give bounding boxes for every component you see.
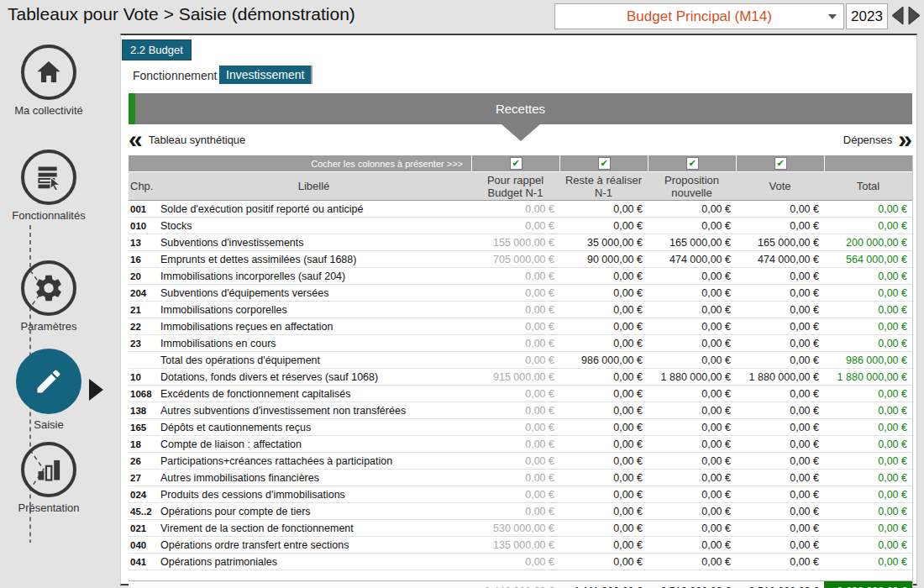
- cell-proposition[interactable]: 1 880 000,00 €: [648, 371, 736, 383]
- cell-total: 0,00 €: [824, 455, 912, 467]
- cell-reste[interactable]: 0,00 €: [559, 405, 648, 417]
- cell-reste[interactable]: 0,00 €: [559, 203, 648, 215]
- totals-row: 2 440 000,00 € 1 111 000,00 € 2 519 000,…: [129, 580, 912, 588]
- cell-reste[interactable]: 0,00 €: [559, 556, 648, 568]
- cell-proposition[interactable]: 0,00 €: [648, 354, 736, 366]
- cell-vote[interactable]: 0,00 €: [736, 506, 824, 517]
- cell-proposition[interactable]: 0,00 €: [648, 556, 736, 568]
- cell-vote[interactable]: 0,00 €: [736, 338, 824, 349]
- nav-next-depenses[interactable]: Dépenses »: [837, 128, 912, 151]
- cell-reste[interactable]: 0,00 €: [559, 338, 648, 349]
- column-checkbox-vote[interactable]: ✔: [774, 157, 787, 170]
- cell-reste[interactable]: 0,00 €: [559, 455, 648, 467]
- sidebar-item-ma-collectivite[interactable]: Ma collectivité: [0, 45, 97, 117]
- cell-proposition[interactable]: 0,00 €: [648, 455, 736, 467]
- cell-proposition[interactable]: 0,00 €: [648, 388, 736, 400]
- cell-vote[interactable]: 165 000,00 €: [736, 237, 824, 249]
- cell-proposition[interactable]: 165 000,00 €: [648, 237, 736, 249]
- sidebar-item-presentation[interactable]: Présentation: [0, 442, 97, 514]
- cell-proposition[interactable]: 0,00 €: [648, 405, 736, 417]
- cell-proposition[interactable]: 0,00 €: [648, 506, 736, 517]
- cell-vote[interactable]: 0,00 €: [736, 270, 824, 282]
- cell-vote[interactable]: 0,00 €: [736, 455, 824, 467]
- cell-proposition[interactable]: 0,00 €: [648, 321, 736, 333]
- nav-next-label: Dépenses: [843, 134, 893, 146]
- cell-vote[interactable]: 0,00 €: [736, 556, 824, 568]
- tab-budget[interactable]: 2.2 Budget: [122, 39, 192, 60]
- cell-label: Solde d'exécution positif reporté ou ant…: [156, 203, 471, 215]
- cell-label: Total des opérations d'équipement: [156, 354, 471, 366]
- cell-reste[interactable]: 0,00 €: [559, 438, 648, 450]
- cell-reste[interactable]: 986 000,00 €: [559, 354, 648, 366]
- cell-proposition[interactable]: 0,00 €: [648, 220, 736, 232]
- column-checkbox-reste[interactable]: ✔: [598, 157, 611, 170]
- cell-reste[interactable]: 90 000,00 €: [559, 254, 648, 265]
- cell-vote[interactable]: 0,00 €: [736, 321, 824, 333]
- cell-vote[interactable]: 0,00 €: [736, 539, 824, 551]
- cell-proposition[interactable]: 0,00 €: [648, 472, 736, 484]
- next-year-button[interactable]: [906, 4, 922, 27]
- nav-prev-tableau-synthetique[interactable]: « Tableau synthétique: [129, 128, 251, 151]
- cell-proposition[interactable]: 0,00 €: [648, 287, 736, 299]
- cell-proposition[interactable]: 0,00 €: [648, 338, 736, 349]
- cell-reste[interactable]: 0,00 €: [559, 220, 648, 232]
- cell-vote[interactable]: 0,00 €: [736, 472, 824, 484]
- cell-vote[interactable]: 474 000,00 €: [736, 254, 824, 265]
- section-header-recettes: Recettes: [129, 93, 912, 124]
- green-accent-bar: [129, 93, 135, 124]
- cell-reste[interactable]: 0,00 €: [559, 539, 648, 551]
- cell-vote[interactable]: 0,00 €: [736, 354, 824, 366]
- cell-vote[interactable]: 0,00 €: [736, 489, 824, 501]
- bar-chart-icon: [34, 454, 64, 485]
- table-spacer: [129, 570, 912, 580]
- cell-proposition[interactable]: 474 000,00 €: [648, 254, 736, 265]
- table-row: Total des opérations d'équipement0,00 €9…: [129, 352, 912, 369]
- cell-proposition[interactable]: 0,00 €: [648, 539, 736, 551]
- cell-vote[interactable]: 0,00 €: [736, 422, 824, 433]
- cell-reste[interactable]: 0,00 €: [559, 472, 648, 484]
- cell-reste[interactable]: 0,00 €: [559, 270, 648, 282]
- sidebar-item-saisie[interactable]: Saisie: [0, 349, 97, 431]
- cell-vote[interactable]: 0,00 €: [736, 405, 824, 417]
- cell-vote[interactable]: 0,00 €: [736, 220, 824, 232]
- prev-year-button[interactable]: [890, 4, 906, 27]
- table-row: 20Immobilisations incorporelles (sauf 20…: [129, 268, 912, 285]
- cell-vote[interactable]: 0,00 €: [736, 438, 824, 450]
- year-display: 2023: [846, 3, 888, 29]
- cell-vote[interactable]: 0,00 €: [736, 522, 824, 534]
- cell-rappel: 0,00 €: [471, 338, 559, 349]
- cell-proposition[interactable]: 0,00 €: [648, 522, 736, 534]
- cell-vote[interactable]: 0,00 €: [736, 388, 824, 400]
- cell-proposition[interactable]: 0,00 €: [648, 304, 736, 316]
- cell-proposition[interactable]: 0,00 €: [648, 422, 736, 433]
- cell-reste[interactable]: 0,00 €: [559, 321, 648, 333]
- tab-investissement[interactable]: Investissement: [219, 66, 312, 84]
- column-checkbox-rappel[interactable]: ✔: [510, 157, 522, 170]
- cell-reste[interactable]: 0,00 €: [559, 489, 648, 501]
- cell-proposition[interactable]: 0,00 €: [648, 489, 736, 501]
- cell-vote[interactable]: 0,00 €: [736, 203, 824, 215]
- cell-reste[interactable]: 0,00 €: [559, 388, 648, 400]
- cell-vote[interactable]: 0,00 €: [736, 304, 824, 316]
- budget-dropdown[interactable]: Budget Principal (M14): [554, 3, 844, 29]
- pencil-icon: [34, 366, 64, 396]
- cell-reste[interactable]: 0,00 €: [559, 371, 648, 383]
- cell-vote[interactable]: 0,00 €: [736, 287, 824, 299]
- cell-vote[interactable]: 1 880 000,00 €: [736, 371, 824, 383]
- cell-proposition[interactable]: 0,00 €: [648, 203, 736, 215]
- col-header-proposition: Proposition nouvelle: [648, 174, 736, 199]
- cell-reste[interactable]: 0,00 €: [559, 287, 648, 299]
- cell-reste[interactable]: 0,00 €: [559, 304, 648, 316]
- cell-reste[interactable]: 0,00 €: [559, 422, 648, 433]
- cell-reste[interactable]: 0,00 €: [559, 506, 648, 517]
- table-row: 18Compte de liaison : affectation0,00 €0…: [129, 436, 912, 453]
- cell-reste[interactable]: 0,00 €: [559, 522, 648, 534]
- cell-label: Compte de liaison : affectation: [156, 438, 471, 450]
- cell-proposition[interactable]: 0,00 €: [648, 438, 736, 450]
- sidebar-item-parametres[interactable]: Paramètres: [0, 260, 97, 333]
- column-checkbox-proposition[interactable]: ✔: [686, 157, 699, 170]
- cell-reste[interactable]: 35 000,00 €: [559, 237, 648, 249]
- tab-fonctionnement[interactable]: Fonctionnement: [133, 69, 217, 82]
- cell-proposition[interactable]: 0,00 €: [648, 270, 736, 282]
- sidebar-item-fonctionnalites[interactable]: Fonctionnalités: [0, 150, 97, 222]
